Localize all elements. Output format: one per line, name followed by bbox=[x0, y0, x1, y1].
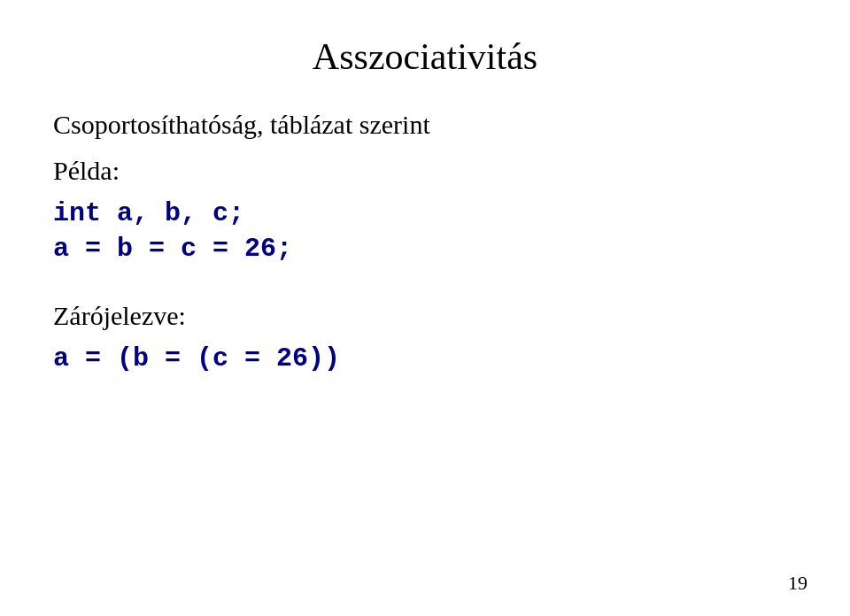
code-line-1: int a, b, c; bbox=[53, 198, 797, 228]
slide-container: Asszociativitás Csoportosíthatóság, tábl… bbox=[0, 0, 850, 616]
section-gap bbox=[53, 269, 797, 301]
slide-body: Csoportosíthatóság, táblázat szerint Pél… bbox=[53, 110, 797, 379]
parenthesized-label: Zárójelezve: bbox=[53, 301, 797, 331]
example-label: Példa: bbox=[53, 156, 797, 186]
code-line-3: a = (b = (c = 26)) bbox=[53, 343, 797, 373]
page-number: 19 bbox=[788, 572, 808, 595]
slide-title: Asszociativitás bbox=[53, 35, 797, 78]
subtitle-line: Csoportosíthatóság, táblázat szerint bbox=[53, 110, 797, 140]
code-line-2: a = b = c = 26; bbox=[53, 234, 797, 264]
